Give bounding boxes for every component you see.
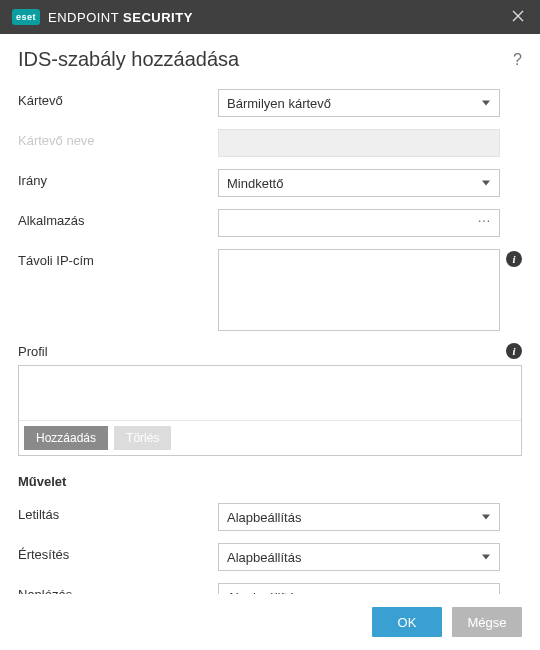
direction-label: Irány <box>18 169 218 188</box>
profile-list[interactable] <box>19 366 521 420</box>
brand-text-bold: SECURITY <box>123 10 193 25</box>
page-title: IDS-szabály hozzáadása <box>18 48 239 71</box>
direction-select-value: Mindkettő <box>227 176 283 191</box>
remote-ip-label: Távoli IP-cím <box>18 249 218 268</box>
titlebar: eset ENDPOINT SECURITY <box>0 0 540 34</box>
ok-button[interactable]: OK <box>372 607 442 637</box>
threat-name-input <box>218 129 500 157</box>
notify-label: Értesítés <box>18 543 218 562</box>
info-icon[interactable]: i <box>506 251 522 267</box>
threat-label: Kártevő <box>18 89 218 108</box>
notify-select-value: Alapbeállítás <box>227 550 301 565</box>
application-label: Alkalmazás <box>18 209 218 228</box>
action-section-title: Művelet <box>18 474 522 489</box>
threat-select-value: Bármilyen kártevő <box>227 96 331 111</box>
block-label: Letiltás <box>18 503 218 522</box>
application-browse-icon[interactable]: ... <box>478 211 491 225</box>
application-input[interactable] <box>218 209 500 237</box>
threat-name-label: Kártevő neve <box>18 129 218 148</box>
remote-ip-textarea[interactable] <box>218 249 500 331</box>
threat-select[interactable]: Bármilyen kártevő <box>218 89 500 117</box>
app-brand: eset ENDPOINT SECURITY <box>12 9 193 25</box>
block-select[interactable]: Alapbeállítás <box>218 503 500 531</box>
profile-add-button[interactable]: Hozzáadás <box>24 426 108 450</box>
profile-box: Hozzáadás Törlés <box>18 365 522 456</box>
block-select-value: Alapbeállítás <box>227 510 301 525</box>
info-icon[interactable]: i <box>506 343 522 359</box>
profile-label: Profil <box>18 344 48 359</box>
direction-select[interactable]: Mindkettő <box>218 169 500 197</box>
brand-name: ENDPOINT SECURITY <box>48 10 193 25</box>
help-icon[interactable]: ? <box>513 51 522 69</box>
notify-select[interactable]: Alapbeállítás <box>218 543 500 571</box>
close-button[interactable] <box>508 10 528 25</box>
cancel-button[interactable]: Mégse <box>452 607 522 637</box>
brand-badge: eset <box>12 9 40 25</box>
dialog-footer: OK Mégse <box>0 594 540 650</box>
profile-delete-button: Törlés <box>114 426 171 450</box>
brand-text-light: ENDPOINT <box>48 10 123 25</box>
